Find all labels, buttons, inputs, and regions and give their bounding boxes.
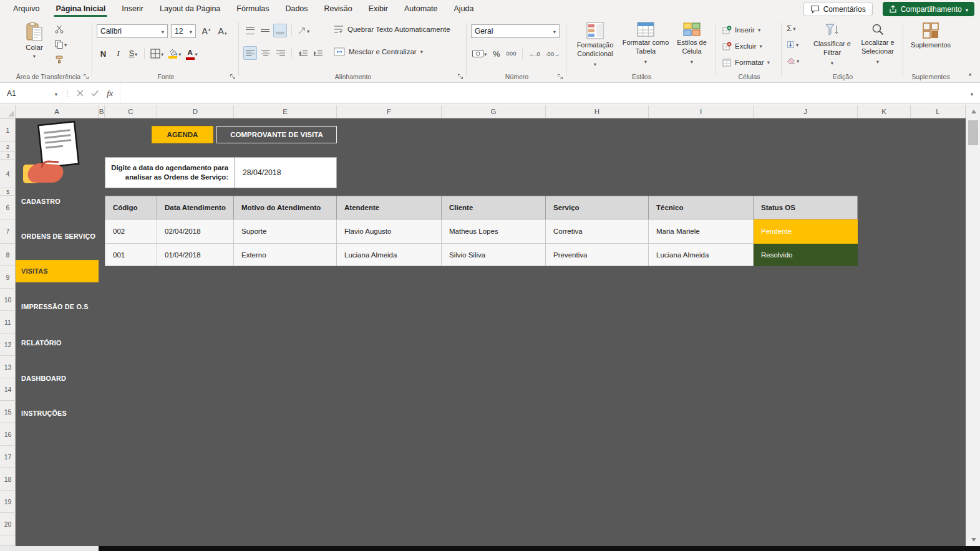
paste-button[interactable]: Colar: [19, 21, 50, 69]
row-header-10[interactable]: 10: [0, 289, 16, 311]
align-top-button[interactable]: [243, 24, 256, 37]
merge-center-button[interactable]: Mesclar e Centralizar: [334, 47, 423, 56]
sidebar-item-impressao-de-o-s[interactable]: IMPRESSÃO DE O.S: [16, 295, 99, 318]
column-header-l[interactable]: L: [911, 105, 966, 118]
underline-button[interactable]: S: [127, 47, 140, 60]
decrease-font-size-button[interactable]: [216, 24, 229, 38]
row-header-15[interactable]: 15: [0, 401, 16, 423]
addins-button[interactable]: Suplementos: [908, 22, 953, 50]
wrap-text-button[interactable]: Quebrar Texto Automaticamente: [334, 25, 450, 34]
orders-header-atendente[interactable]: Atendente: [337, 196, 442, 219]
align-left-button[interactable]: [243, 46, 257, 60]
sheet-canvas[interactable]: AGENDA COMPROVANTE DE VISITA CADASTROORD…: [16, 118, 966, 546]
scrollbar-thumb[interactable]: [968, 120, 978, 145]
bold-button[interactable]: N: [97, 47, 110, 60]
insert-cells-button[interactable]: Inserir: [722, 23, 760, 37]
orders-header-servico[interactable]: Serviço: [546, 196, 649, 219]
orders-cell[interactable]: Corretiva: [546, 219, 649, 244]
align-bottom-button[interactable]: [273, 24, 287, 37]
increase-decimal-button[interactable]: [527, 47, 541, 60]
row-header-2[interactable]: 2: [0, 142, 16, 152]
column-header-a[interactable]: A: [16, 105, 99, 118]
column-header-d[interactable]: D: [157, 105, 234, 118]
select-all-corner[interactable]: [0, 105, 16, 118]
row-header-20[interactable]: 20: [0, 513, 16, 535]
sidebar-item-relatorio[interactable]: RELATÓRIO: [16, 332, 99, 354]
dialog-launcher-icon[interactable]: [230, 74, 236, 80]
enter-button[interactable]: [87, 90, 102, 97]
row-header-8[interactable]: 8: [0, 244, 16, 266]
row-header-4[interactable]: 4: [0, 160, 16, 188]
orders-header-data-atendimento[interactable]: Data Atendimento: [157, 196, 234, 219]
scroll-up-arrow[interactable]: [966, 105, 980, 118]
sidebar-item-ordens-de-servico[interactable]: ORDENS DE SERVIÇO: [16, 225, 99, 247]
tab-comprovante-de-visita[interactable]: COMPROVANTE DE VISITA: [216, 126, 337, 143]
ribbon-tab-revisao[interactable]: Revisão: [316, 0, 361, 17]
dialog-launcher-icon[interactable]: [557, 74, 563, 80]
align-middle-button[interactable]: [258, 24, 271, 37]
ribbon-tab-pagina-inicial[interactable]: Página Inicial: [47, 0, 114, 17]
decrease-indent-button[interactable]: [296, 46, 309, 60]
cell-styles-button[interactable]: Estilos de Célula: [672, 22, 712, 65]
sidebar-item-cadastro[interactable]: CADASTRO: [16, 190, 99, 213]
name-box[interactable]: A1: [0, 83, 62, 103]
column-header-c[interactable]: C: [105, 105, 157, 118]
dialog-launcher-icon[interactable]: [83, 74, 89, 80]
row-header-17[interactable]: 17: [0, 446, 16, 468]
format-painter-button[interactable]: [55, 54, 67, 64]
row-header-16[interactable]: 16: [0, 423, 16, 446]
orders-cell[interactable]: Matheus Lopes: [442, 219, 546, 244]
column-header-g[interactable]: G: [442, 105, 546, 118]
status-cell[interactable]: Pendente: [754, 219, 858, 244]
orders-cell[interactable]: 01/04/2018: [157, 244, 234, 266]
ribbon-tab-formulas[interactable]: Fórmulas: [228, 0, 277, 17]
cut-button[interactable]: [55, 24, 67, 34]
ribbon-tab-exibir[interactable]: Exibir: [361, 0, 396, 17]
align-center-button[interactable]: [259, 46, 272, 60]
sidebar-item-visitas[interactable]: VISITAS: [16, 260, 99, 282]
formula-bar-handle[interactable]: [62, 89, 72, 98]
orders-cell[interactable]: Luciana Almeida: [337, 244, 442, 266]
fill-button[interactable]: [787, 39, 799, 50]
row-header-12[interactable]: 12: [0, 333, 16, 356]
tab-agenda[interactable]: AGENDA: [152, 126, 213, 143]
cancel-button[interactable]: [72, 90, 87, 97]
font-family-select[interactable]: Calibri: [97, 24, 168, 38]
dialog-launcher-icon[interactable]: [457, 74, 463, 80]
increase-indent-button[interactable]: [311, 46, 324, 60]
orders-cell[interactable]: Maria Mariele: [649, 219, 754, 244]
formula-input[interactable]: [120, 83, 964, 103]
row-header-18[interactable]: 18: [0, 468, 16, 491]
orientation-button[interactable]: [296, 24, 311, 37]
column-header-j[interactable]: J: [754, 105, 858, 118]
format-as-table-button[interactable]: Formatar como Tabela: [622, 22, 669, 65]
ribbon-tab-dados[interactable]: Dados: [277, 0, 316, 17]
column-header-k[interactable]: K: [858, 105, 911, 118]
fill-color-button[interactable]: [167, 47, 182, 60]
ribbon-tab-arquivo[interactable]: Arquivo: [5, 0, 47, 17]
ribbon-tab-layout-da-pagina[interactable]: Layout da Página: [152, 0, 228, 17]
sidebar-item-instrucoes[interactable]: INSTRUÇÕES: [16, 402, 99, 424]
row-header-3[interactable]: 3: [0, 152, 16, 160]
orders-header-codigo[interactable]: Código: [105, 196, 157, 219]
percent-style-button[interactable]: %: [490, 47, 503, 60]
vertical-scrollbar[interactable]: [966, 105, 980, 546]
insert-function-button[interactable]: fx: [102, 89, 117, 98]
orders-header-cliente[interactable]: Cliente: [442, 196, 546, 219]
column-header-f[interactable]: F: [337, 105, 442, 118]
date-filter-input[interactable]: 28/04/2018: [235, 158, 336, 188]
ribbon-tab-ajuda[interactable]: Ajuda: [446, 0, 482, 17]
scroll-down-arrow[interactable]: [966, 534, 980, 546]
font-color-button[interactable]: [185, 47, 199, 60]
sidebar-item-dashboard[interactable]: DASHBOARD: [16, 367, 99, 390]
row-header-11[interactable]: 11: [0, 311, 16, 333]
row-header-14[interactable]: 14: [0, 378, 16, 401]
comments-button[interactable]: Comentários: [803, 2, 873, 16]
clear-button[interactable]: [787, 55, 799, 66]
column-header-h[interactable]: H: [546, 105, 649, 118]
row-header-1[interactable]: 1: [0, 118, 16, 142]
accounting-format-button[interactable]: [471, 47, 488, 60]
row-header-6[interactable]: 6: [0, 196, 16, 219]
row-header-7[interactable]: 7: [0, 219, 16, 244]
autosum-button[interactable]: Σ: [787, 22, 799, 34]
